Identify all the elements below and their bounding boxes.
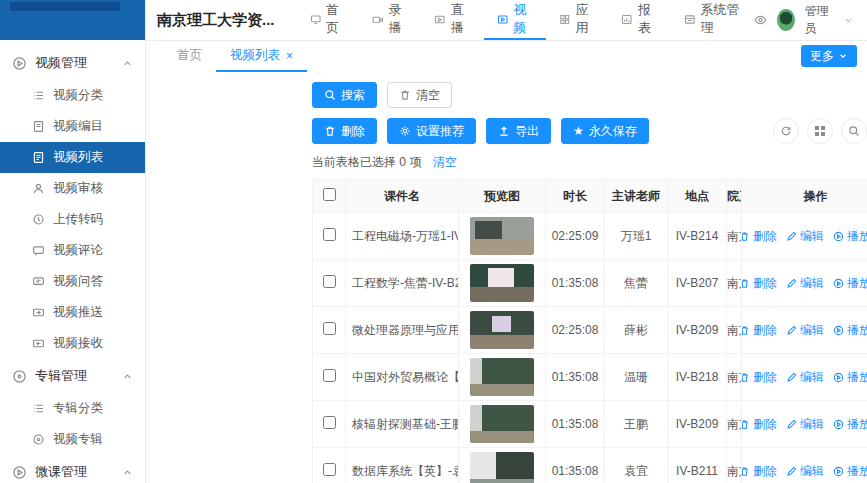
delete-action[interactable]: 删除: [742, 463, 778, 480]
doc-check-icon: [32, 151, 45, 164]
tab-home[interactable]: 首页: [163, 41, 216, 72]
table-search-button[interactable]: [841, 118, 867, 144]
sidebar-group-video-management[interactable]: 视频管理: [0, 46, 145, 80]
sidebar-item-album-category[interactable]: 专辑分类: [0, 393, 145, 424]
teacher: 袁宜: [605, 448, 668, 483]
edit-action[interactable]: 编辑: [786, 416, 824, 433]
col-header-location: 地点: [668, 180, 727, 213]
refresh-button[interactable]: [773, 118, 799, 144]
sidebar-menu: 视频管理 视频分类 视频编目 视频列表 视频审核 上: [0, 40, 145, 483]
search-button[interactable]: 搜索: [312, 82, 377, 108]
user-name[interactable]: 管理员: [805, 3, 834, 37]
select-all-checkbox[interactable]: [323, 188, 336, 201]
trash-icon: [742, 278, 751, 289]
chevron-up-icon: [122, 58, 133, 69]
delete-action[interactable]: 删除: [742, 369, 778, 386]
edit-action[interactable]: 编辑: [786, 369, 824, 386]
row-checkbox[interactable]: [323, 416, 336, 429]
nav-item-home[interactable]: 首页: [297, 0, 359, 40]
eye-icon[interactable]: [754, 12, 767, 28]
sidebar-item-video-catalog[interactable]: 视频编目: [0, 111, 145, 142]
permanent-save-button[interactable]: ★ 永久保存: [561, 118, 649, 144]
home-icon: [310, 12, 321, 27]
sidebar-group-microcourse-management[interactable]: 微课管理: [0, 455, 145, 483]
play-action[interactable]: 播放: [833, 369, 867, 386]
delete-action[interactable]: 删除: [742, 322, 778, 339]
row-checkbox[interactable]: [323, 369, 336, 382]
sidebar-item-upload-transcode[interactable]: 上传转码: [0, 204, 145, 235]
courseware-name[interactable]: 工程数学-焦蕾-IV-B207: [346, 260, 459, 307]
selection-info: 当前表格已选择 0 项 清空: [312, 154, 867, 171]
nav-item-live[interactable]: 直播: [421, 0, 483, 40]
selection-clear-link[interactable]: 清空: [433, 155, 457, 169]
courseware-name[interactable]: 数据库系统【英】-袁宜...: [346, 448, 459, 483]
clear-button[interactable]: 清空: [387, 82, 452, 108]
preview-thumbnail[interactable]: [470, 264, 534, 302]
export-button[interactable]: 导出: [486, 118, 551, 144]
avatar[interactable]: [777, 9, 795, 31]
sidebar-item-video-qa[interactable]: 视频问答: [0, 266, 145, 297]
close-icon[interactable]: ×: [286, 50, 293, 62]
teacher: 王鹏: [605, 401, 668, 448]
delete-action[interactable]: 删除: [742, 416, 778, 433]
selection-prefix: 当前表格已选择: [312, 155, 396, 169]
preview-thumbnail[interactable]: [470, 405, 534, 443]
play-action[interactable]: 播放: [833, 416, 867, 433]
topbar: 南京理工大学资... 首页 录播 直播 视频: [145, 0, 867, 41]
set-recommend-button[interactable]: 设置推荐: [387, 118, 476, 144]
sidebar-item-video-push[interactable]: 视频推送: [0, 297, 145, 328]
nav-item-reports[interactable]: 报表: [608, 0, 670, 40]
row-checkbox[interactable]: [323, 228, 336, 241]
sidebar-item-video-category[interactable]: 视频分类: [0, 80, 145, 111]
sidebar-item-video-review[interactable]: 视频审核: [0, 173, 145, 204]
courseware-name[interactable]: 核辐射探测基础-王鹏-I...: [346, 401, 459, 448]
main-area: 南京理工大学资... 首页 录播 直播 视频: [145, 0, 867, 483]
play-action[interactable]: 播放: [833, 463, 867, 480]
play-action[interactable]: 播放: [833, 322, 867, 339]
sidebar-item-video-album[interactable]: 视频专辑: [0, 424, 145, 455]
row-checkbox[interactable]: [323, 322, 336, 335]
college: 南京: [727, 448, 742, 483]
courseware-name[interactable]: 微处理器原理与应用-薛...: [346, 307, 459, 354]
nav-item-apps[interactable]: 应用: [546, 0, 608, 40]
trash-icon: [742, 466, 751, 477]
table-row: 中国对外贸易概论【英... 01:35:08 温珊 IV-B218 南京 删除 …: [313, 354, 867, 401]
tab-video-list[interactable]: 视频列表 ×: [216, 41, 307, 72]
col-header-name: 课件名: [346, 180, 459, 213]
play-icon: [833, 231, 844, 242]
columns-settings-button[interactable]: [807, 118, 833, 144]
sidebar-item-video-receive[interactable]: 视频接收: [0, 328, 145, 359]
row-checkbox[interactable]: [323, 275, 336, 288]
more-button[interactable]: 更多: [801, 45, 857, 67]
play-action[interactable]: 播放: [833, 275, 867, 292]
user-icon: [32, 182, 45, 195]
delete-action[interactable]: 删除: [742, 228, 778, 245]
courseware-name[interactable]: 中国对外贸易概论【英...: [346, 354, 459, 401]
nav-item-system-management[interactable]: 系统管理: [671, 0, 754, 40]
delete-button[interactable]: 删除: [312, 118, 377, 144]
preview-thumbnail[interactable]: [470, 452, 534, 483]
sidebar-item-video-comments[interactable]: 视频评论: [0, 235, 145, 266]
disc-icon: [32, 433, 45, 446]
nav-item-video[interactable]: 视频: [484, 0, 546, 40]
edit-action[interactable]: 编辑: [786, 275, 824, 292]
table-tools: [773, 118, 867, 144]
edit-action[interactable]: 编辑: [786, 228, 824, 245]
selection-count: 0: [399, 155, 406, 169]
edit-action[interactable]: 编辑: [786, 322, 824, 339]
col-header-preview: 预览图: [459, 180, 546, 213]
delete-action[interactable]: 删除: [742, 275, 778, 292]
sidebar-item-label: 视频审核: [53, 180, 103, 197]
preview-thumbnail[interactable]: [470, 358, 534, 396]
preview-thumbnail[interactable]: [470, 311, 534, 349]
nav-item-recording[interactable]: 录播: [359, 0, 421, 40]
sidebar-group-album-management[interactable]: 专辑管理: [0, 359, 145, 393]
preview-thumbnail[interactable]: [470, 217, 534, 255]
play-action[interactable]: 播放: [833, 228, 867, 245]
edit-action[interactable]: 编辑: [786, 463, 824, 480]
sidebar-item-video-list[interactable]: 视频列表: [0, 142, 145, 173]
courseware-name[interactable]: 工程电磁场-万瑶1-IV-B...: [346, 213, 459, 260]
chevron-down-icon[interactable]: [844, 15, 853, 26]
clear-button-label: 清空: [416, 87, 440, 104]
row-checkbox[interactable]: [323, 463, 336, 476]
